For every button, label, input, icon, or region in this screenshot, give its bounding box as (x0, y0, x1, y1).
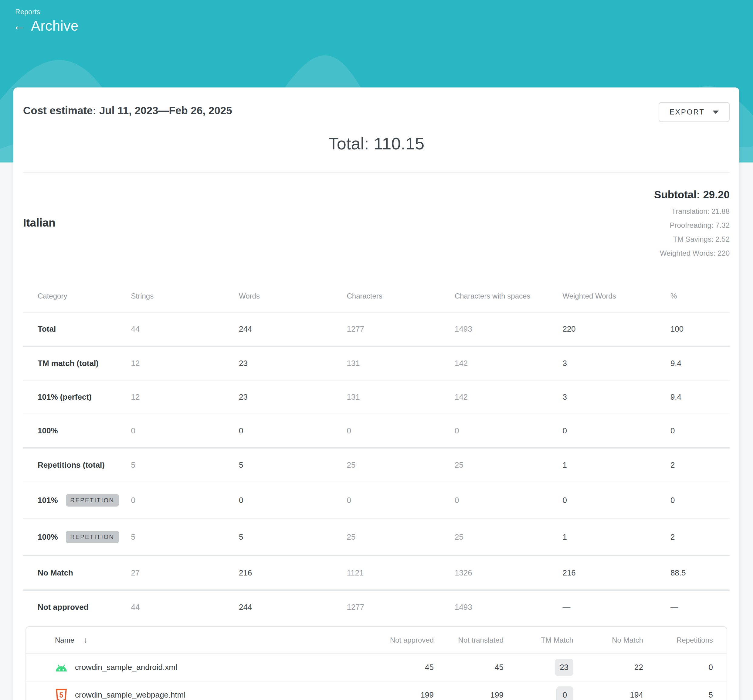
back-arrow-icon[interactable]: ← (13, 19, 25, 32)
files-table-header: Name ↓ Not approved Not translated TM Ma… (26, 627, 726, 653)
col-header-percent: % (670, 280, 730, 312)
col-header-characters-with-spaces: Characters with spaces (455, 280, 563, 312)
value-cell: 5 (131, 448, 239, 482)
value-cell: 0 (347, 482, 454, 519)
value-cell: 12 (131, 380, 239, 414)
value-cell: 5 (131, 519, 239, 556)
value-cell: 216 (563, 556, 670, 590)
value-cell: 25 (347, 448, 454, 482)
value-cell: 0 (455, 482, 563, 519)
value-cell: 0 (455, 414, 563, 448)
sort-by-name-header[interactable]: Name ↓ (55, 635, 364, 645)
value-cell: 1493 (455, 312, 563, 346)
name-column-label: Name (55, 636, 74, 644)
value-cell: 9.4 (670, 346, 730, 380)
file-row-android[interactable]: crowdin_sample_android.xml 45 45 23 22 0 (26, 653, 726, 681)
value-cell: 3 (563, 346, 670, 380)
category-cell: 101% (perfect) (23, 380, 131, 414)
value-cell: 0 (563, 414, 670, 448)
file-repetitions: 5 (643, 690, 713, 700)
col-header-not-translated: Not translated (434, 636, 504, 644)
value-cell: 3 (563, 380, 670, 414)
file-row-webpage[interactable]: 5 crowdin_sample_webpage.html 199 199 0 … (26, 681, 726, 700)
category-cell: 100%REPETITION (23, 519, 131, 556)
value-cell: 142 (455, 380, 563, 414)
category-table-header-row: Category Strings Words Characters Charac… (23, 280, 730, 312)
table-row: No Match 27 216 1121 1326 216 88.5 (23, 556, 730, 590)
value-cell: 2 (670, 519, 730, 556)
value-cell: 131 (347, 346, 454, 380)
file-not-translated: 199 (434, 690, 504, 700)
category-cell: 100% (23, 414, 131, 448)
value-cell: 1 (563, 448, 670, 482)
divider (23, 172, 730, 173)
report-card: Cost estimate: Jul 11, 2023—Feb 26, 2025… (13, 88, 739, 700)
value-cell: 9.4 (670, 380, 730, 414)
weighted-words-detail: Weighted Words: 220 (654, 246, 730, 260)
value-cell: 25 (455, 448, 563, 482)
category-cell: Total (23, 312, 131, 346)
value-cell: 25 (347, 519, 454, 556)
language-section: Italian Subtotal: 29.20 Translation: 21.… (23, 189, 730, 260)
value-cell: 5 (239, 448, 347, 482)
col-header-tm-match: TM Match (504, 636, 573, 644)
value-cell: 0 (239, 482, 347, 519)
file-no-match: 194 (573, 690, 643, 700)
category-label: 101% (37, 495, 58, 505)
value-cell: 100 (670, 312, 730, 346)
table-row: Total 44 244 1277 1493 220 100 (23, 312, 730, 346)
value-cell: 131 (347, 380, 454, 414)
category-cell: 101%REPETITION (23, 482, 131, 519)
subtotal-details: Translation: 21.88 Proofreading: 7.32 TM… (654, 205, 730, 260)
table-row: Repetitions (total) 5 5 25 25 1 2 (23, 448, 730, 482)
value-cell: 244 (239, 590, 347, 624)
table-row: Not approved 44 244 1277 1493 — — (23, 590, 730, 624)
value-cell: 1277 (347, 590, 454, 624)
sort-desc-icon: ↓ (83, 635, 87, 645)
value-cell: 0 (239, 414, 347, 448)
grand-total: Total: 110.15 (23, 134, 730, 153)
repetition-badge: REPETITION (66, 531, 119, 543)
value-cell: 0 (563, 482, 670, 519)
col-header-not-approved: Not approved (364, 636, 434, 644)
language-name: Italian (23, 217, 56, 260)
tm-match-badge: 23 (555, 659, 573, 676)
html-file-icon: 5 (55, 689, 68, 700)
page-title: Archive (31, 18, 79, 34)
col-header-category: Category (23, 280, 131, 312)
translation-detail: Translation: 21.88 (654, 205, 730, 218)
category-cell: TM match (total) (23, 346, 131, 380)
subtotal-block: Subtotal: 29.20 Translation: 21.88 Proof… (654, 189, 730, 260)
file-name: crowdin_sample_android.xml (75, 662, 177, 672)
export-button[interactable]: EXPORT (659, 102, 730, 122)
tm-savings-detail: TM Savings: 2.52 (654, 232, 730, 246)
report-header: Cost estimate: Jul 11, 2023—Feb 26, 2025… (23, 88, 730, 122)
value-cell: — (563, 590, 670, 624)
page-title-row: ← Archive (13, 18, 79, 34)
value-cell: 0 (131, 414, 239, 448)
file-not-approved: 199 (364, 690, 434, 700)
file-not-approved: 45 (364, 662, 434, 672)
value-cell: 244 (239, 312, 347, 346)
col-header-words: Words (239, 280, 347, 312)
value-cell: 44 (131, 590, 239, 624)
tm-match-badge: 0 (557, 686, 573, 700)
svg-text:5: 5 (59, 691, 64, 699)
table-row: 100%REPETITION 5 5 25 25 1 2 (23, 519, 730, 556)
subtotal-label: Subtotal: 29.20 (654, 189, 730, 201)
file-not-translated: 45 (434, 662, 504, 672)
category-cell: Not approved (23, 590, 131, 624)
value-cell: 216 (239, 556, 347, 590)
export-button-label: EXPORT (670, 108, 705, 116)
breadcrumb: Reports (15, 8, 41, 16)
value-cell: 2 (670, 448, 730, 482)
col-header-strings: Strings (131, 280, 239, 312)
file-no-match: 22 (573, 662, 643, 672)
android-file-icon (55, 661, 68, 674)
value-cell: 27 (131, 556, 239, 590)
value-cell: 88.5 (670, 556, 730, 590)
col-header-repetitions: Repetitions (643, 636, 713, 644)
value-cell: 1493 (455, 590, 563, 624)
value-cell: 5 (239, 519, 347, 556)
value-cell: 1326 (455, 556, 563, 590)
